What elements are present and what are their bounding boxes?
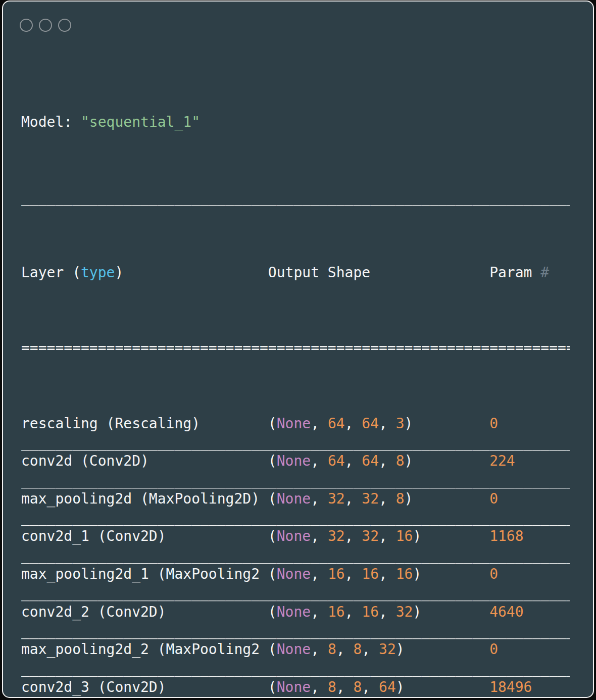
layer-name: max_pooling2d (MaxPooling2D) [21,489,268,508]
close-button-icon[interactable] [20,19,33,32]
layer-name: max_pooling2d_2 (MaxPooling2 [21,640,268,659]
layer-row: conv2d (Conv2D)(None, 64, 64, 8)224 [21,452,570,470]
minimize-button-icon[interactable] [39,19,52,32]
model-title-line: Model: "sequential_1" [21,113,570,131]
layer-row: max_pooling2d (MaxPooling2D)(None, 32, 3… [21,489,570,508]
param-count: 224 [489,452,570,470]
layer-name: max_pooling2d_1 (MaxPooling2 [21,565,268,583]
output-shape: (None, 16, 16, 32) [268,603,489,621]
terminal-window: Model: "sequential_1" __________________… [2,1,594,698]
layer-row: rescaling (Rescaling)(None, 64, 64, 3)0 [21,414,570,433]
output-shape: (None, 8, 8, 64) [268,678,489,696]
window-titlebar [20,19,570,32]
output-shape: (None, 32, 32, 16) [268,527,489,545]
output-shape: (None, 32, 32, 8) [268,489,489,508]
separator-line: ________________________________________… [21,696,570,698]
page: { "window": { "traffic_lights": ["close"… [0,0,596,700]
layer-row: conv2d_1 (Conv2D)(None, 32, 32, 16)1168 [21,527,570,545]
output-shape: (None, 8, 8, 32) [268,640,489,659]
output-shape: (None, 64, 64, 3) [268,414,489,433]
separator-line: ________________________________________… [21,188,570,207]
param-count: 4640 [489,603,570,621]
model-label: Model: [21,114,81,130]
param-count: 18496 [489,678,570,696]
maximize-button-icon[interactable] [58,19,71,32]
layer-row: conv2d_2 (Conv2D)(None, 16, 16, 32)4640 [21,603,570,621]
header-layer-type: Layer (type) [21,263,268,282]
layer-row: conv2d_3 (Conv2D)(None, 8, 8, 64)18496 [21,678,570,696]
layer-name: conv2d_2 (Conv2D) [21,603,268,621]
param-count: 0 [489,640,570,659]
layer-row: max_pooling2d_1 (MaxPooling2(None, 16, 1… [21,565,570,583]
param-count: 0 [489,565,570,583]
table-header-row: Layer (type) Output Shape Param # [21,263,570,282]
param-count: 1168 [489,527,570,545]
layer-rows: rescaling (Rescaling)(None, 64, 64, 3)0_… [21,414,570,698]
header-param: Param # [489,263,570,282]
hash-symbol: # [540,264,549,281]
header-type-keyword: type [81,264,115,281]
param-count: 0 [489,414,570,433]
layer-name: rescaling (Rescaling) [21,414,268,433]
header-output-shape: Output Shape [268,263,489,282]
separator-line: ________________________________________… [21,546,570,565]
separator-line: ________________________________________… [21,621,570,640]
separator-line: ________________________________________… [21,659,570,678]
separator-line: ________________________________________… [21,508,570,527]
model-name: "sequential_1" [81,114,200,130]
output-shape: (None, 16, 16, 16) [268,565,489,583]
terminal-output: Model: "sequential_1" __________________… [21,56,570,698]
double-separator-line: ========================================… [21,338,570,357]
layer-name: conv2d_3 (Conv2D) [21,678,268,696]
separator-line: ________________________________________… [21,583,570,602]
layer-row: max_pooling2d_2 (MaxPooling2(None, 8, 8,… [21,640,570,659]
separator-line: ________________________________________… [21,471,570,489]
output-shape: (None, 64, 64, 8) [268,452,489,470]
layer-name: conv2d_1 (Conv2D) [21,527,268,545]
separator-line: ________________________________________… [21,433,570,452]
layer-name: conv2d (Conv2D) [21,452,268,470]
param-count: 0 [489,489,570,508]
